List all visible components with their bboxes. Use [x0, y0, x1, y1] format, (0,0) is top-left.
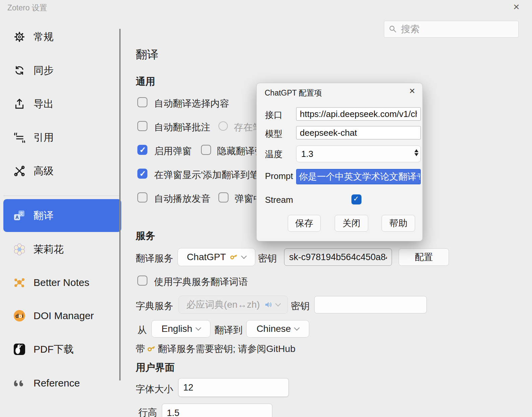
sidebar-item-general[interactable]: 常规: [3, 20, 121, 53]
dialog-close-icon[interactable]: ×: [409, 86, 415, 96]
section-service: 服务: [136, 229, 155, 243]
sync-icon: [13, 64, 26, 77]
sidebar-item-label: 茉莉花: [34, 243, 64, 256]
svg-text:doi: doi: [15, 313, 23, 319]
sidebar-item-advanced[interactable]: 高级: [3, 155, 121, 187]
molecule-icon: [13, 276, 26, 289]
export-icon: [13, 97, 26, 111]
prompt-input[interactable]: 你是一个中英文学术论文翻译专: [296, 169, 421, 184]
sidebar-item-export[interactable]: 导出: [3, 87, 121, 120]
service-key-hint: 带 翻译服务需要密钥; 请参阅GitHub: [136, 343, 295, 355]
close-button[interactable]: 关闭: [335, 215, 368, 232]
tools-icon: [13, 164, 26, 178]
key-icon: [230, 253, 238, 261]
search-input[interactable]: [400, 23, 514, 35]
config-button-label: 配置: [415, 251, 433, 263]
translate-icon: 文 A: [13, 209, 26, 222]
sidebar-item-label: 高级: [34, 164, 54, 178]
translate-service-dropdown[interactable]: ChatGPT: [178, 248, 255, 266]
help-button-label: 帮助: [389, 217, 407, 229]
checkbox-show-add-to-note[interactable]: [137, 169, 147, 179]
sidebar-item-sync[interactable]: 同步: [3, 54, 121, 87]
spinner-arrows-icon[interactable]: [414, 149, 418, 156]
dict-service-dropdown[interactable]: 必应词典(en↔zh): [179, 296, 288, 314]
flower-icon: [13, 243, 26, 256]
label-endpoint: 接口: [265, 109, 282, 121]
to-language-value: Chinese: [257, 323, 291, 334]
model-input[interactable]: [296, 126, 421, 139]
sidebar-item-doi-manager[interactable]: doi DOI Manager: [3, 299, 121, 332]
secret-input[interactable]: [284, 248, 392, 266]
radio-annotation-exists-note[interactable]: [218, 121, 228, 131]
pane-scrollbar[interactable]: [119, 29, 121, 380]
hint-suffix: 翻译服务需要密钥; 请参阅GitHub: [158, 343, 295, 355]
sidebar-item-translate[interactable]: 文 A 翻译: [3, 199, 121, 232]
to-language-dropdown[interactable]: Chinese: [246, 320, 309, 338]
save-button[interactable]: 保存: [288, 215, 321, 232]
sidebar-item-label: 同步: [34, 64, 54, 77]
search-box[interactable]: [384, 21, 519, 38]
label-line-height: 行高: [138, 406, 157, 417]
label-font-size: 字体大小: [136, 383, 173, 396]
window-close-icon[interactable]: ×: [513, 1, 520, 12]
checkbox-enable-popup[interactable]: [137, 145, 147, 155]
dialog-title: ChatGPT 配置项: [265, 88, 322, 98]
from-language-value: English: [161, 323, 192, 334]
search-icon: [389, 25, 397, 34]
sidebar-item-pdf-download[interactable]: PDF下载: [3, 333, 121, 366]
checkbox-hide-popup[interactable]: [201, 145, 211, 155]
label-model: 模型: [265, 128, 282, 140]
sidebar-item-label: 引用: [34, 131, 54, 144]
line-height-input[interactable]: [162, 404, 272, 417]
label-temperature: 温度: [265, 148, 282, 160]
sidebar-item-better-notes[interactable]: Better Notes: [3, 266, 121, 299]
chevron-down-icon: [294, 325, 300, 331]
label-secret: 密钥: [258, 252, 277, 265]
label-auto-play-audio: 自动播放发音: [154, 192, 210, 205]
sidebar-item-label: Reference: [34, 377, 80, 389]
hint-prefix: 带: [136, 343, 145, 355]
chatgpt-config-dialog: ChatGPT 配置项 × 接口 模型 温度 1.3 Prompt 你是一个中英…: [256, 83, 423, 241]
from-language-dropdown[interactable]: English: [151, 320, 210, 338]
sidebar-item-reference[interactable]: Reference: [3, 367, 121, 400]
key-icon: [147, 345, 156, 353]
doi-icon: doi: [13, 309, 26, 322]
dict-secret-input[interactable]: [314, 296, 427, 313]
label-from: 从: [137, 324, 147, 337]
checkbox-use-dict-service[interactable]: [137, 276, 147, 286]
help-button[interactable]: 帮助: [382, 215, 415, 232]
sidebar-item-cite[interactable]: 引用: [3, 121, 121, 154]
quote-icon: [13, 376, 26, 390]
zotero-settings-window: Zotero 设置 × 常规 同步 导出: [0, 0, 532, 417]
temperature-input[interactable]: 1.3: [296, 145, 421, 162]
config-button[interactable]: 配置: [399, 248, 449, 266]
chevron-down-icon: [195, 325, 201, 331]
section-general: 通用: [136, 75, 155, 88]
svg-text:A: A: [15, 215, 19, 220]
dict-service-value: 必应词典(en↔zh): [186, 298, 260, 311]
chevron-down-icon: [275, 301, 281, 307]
sidebar-item-label: PDF下载: [34, 343, 74, 356]
close-button-label: 关闭: [342, 217, 360, 229]
translate-service-value: ChatGPT: [187, 252, 226, 262]
checkbox-auto-translate-selection[interactable]: [137, 97, 147, 107]
sidebar-item-jasmine[interactable]: 茉莉花: [3, 233, 121, 266]
sidebar-item-label: 翻译: [34, 209, 54, 223]
speaker-icon: [264, 301, 272, 309]
label-auto-translate-annotation: 自动翻译批注: [154, 121, 210, 134]
temperature-value: 1.3: [301, 149, 313, 159]
label-stream: Stream: [265, 195, 293, 205]
endpoint-input[interactable]: [296, 107, 421, 121]
checkbox-popup-show-raw[interactable]: [218, 192, 228, 202]
checkbox-auto-play-audio[interactable]: [137, 192, 147, 202]
sidebar-item-label: 常规: [34, 30, 54, 44]
label-use-dict-service: 使用字典服务翻译词语: [154, 276, 248, 288]
checkbox-auto-translate-annotation[interactable]: [137, 121, 147, 131]
label-dict-secret: 密钥: [291, 300, 310, 312]
penguin-icon: [13, 343, 26, 356]
gear-icon: [13, 30, 26, 44]
checkbox-stream[interactable]: [351, 194, 361, 204]
cite-icon: [13, 131, 26, 144]
font-size-input[interactable]: [178, 378, 289, 397]
sidebar-item-label: DOI Manager: [34, 310, 94, 321]
